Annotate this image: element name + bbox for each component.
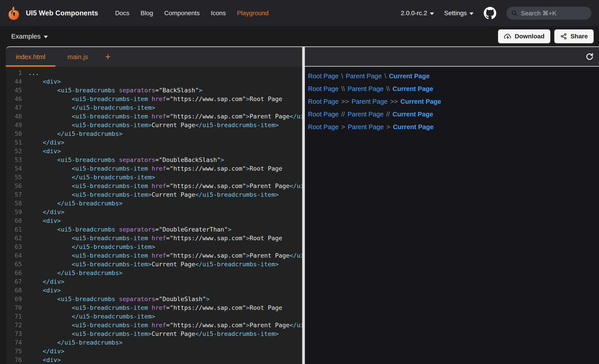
- breadcrumb-link[interactable]: Parent Page: [346, 73, 382, 80]
- code-line: 63 </ui5-breadcrumbs-item>: [6, 242, 302, 251]
- code-line: 72 <ui5-breadcrumbs-item href="https://w…: [6, 321, 302, 330]
- code-text: </ui5-breadcrumbs-item>: [28, 103, 155, 112]
- preview-pane: Root Page\Parent Page\Current PageRoot P…: [305, 47, 599, 364]
- code-line: 67 </div>: [6, 277, 302, 286]
- examples-dropdown[interactable]: Examples: [11, 33, 48, 40]
- breadcrumb-link[interactable]: Root Page: [308, 98, 339, 105]
- search-input[interactable]: Search ⌘+K: [507, 7, 591, 20]
- search-placeholder: Search ⌘+K: [521, 9, 556, 17]
- line-number: 50: [6, 129, 22, 138]
- code-text: <ui5-breadcrumbs separators="DoubleBackS…: [28, 155, 224, 164]
- tab-main.js[interactable]: main.js: [55, 47, 100, 67]
- code-text: <ui5-breadcrumbs-item>Current Page</ui5-…: [28, 260, 279, 269]
- code-text: </div>: [28, 138, 65, 147]
- code-text: <div>: [28, 216, 61, 225]
- breadcrumb-current-page: Current Page: [389, 73, 430, 80]
- code-text: </div>: [28, 277, 65, 286]
- active-tab-underline: [6, 65, 55, 67]
- breadcrumb-link[interactable]: Root Page: [308, 85, 339, 93]
- code-text: <ui5-breadcrumbs separators="DoubleGreat…: [28, 225, 231, 234]
- code-text: </ui5-breadcrumbs>: [28, 129, 123, 138]
- code-text: <ui5-breadcrumbs-item href="https://www.…: [28, 164, 282, 173]
- settings-label: Settings: [444, 9, 467, 17]
- settings-dropdown[interactable]: Settings: [444, 9, 474, 17]
- code-text: </div>: [28, 347, 65, 356]
- line-number: 48: [6, 112, 22, 121]
- breadcrumb-separator: \\: [339, 85, 348, 93]
- code-line: 68 <div>: [6, 286, 302, 295]
- download-button[interactable]: Download: [498, 29, 550, 43]
- line-number: 72: [6, 321, 22, 330]
- code-text: </ui5-breadcrumbs>: [28, 269, 123, 277]
- breadcrumb-link[interactable]: Parent Page: [348, 111, 383, 118]
- code-line: 54 <ui5-breadcrumbs-item href="https://w…: [6, 164, 302, 173]
- brand[interactable]: UI5 Web Components: [7, 6, 98, 20]
- refresh-icon[interactable]: [585, 52, 594, 61]
- code-text: <ui5-breadcrumbs-item>Current Page</ui5-…: [28, 190, 279, 199]
- code-line: 52 <div>: [6, 147, 302, 155]
- nav-link-blog[interactable]: Blog: [141, 9, 153, 17]
- line-number: 75: [6, 347, 22, 356]
- code-text: <ui5-breadcrumbs-item href="https://www.…: [28, 112, 302, 121]
- breadcrumb-separator: \: [382, 73, 389, 80]
- breadcrumb-link[interactable]: Parent Page: [352, 98, 388, 105]
- nav-link-components[interactable]: Components: [164, 9, 200, 17]
- code-area[interactable]: 1...44 <div>45 <ui5-breadcrumbs separato…: [6, 67, 302, 364]
- line-number: 46: [6, 94, 22, 103]
- breadcrumb-link[interactable]: Root Page: [308, 123, 339, 131]
- breadcrumb-current-page: Current Page: [400, 98, 441, 105]
- line-number: 64: [6, 251, 22, 260]
- add-tab-button[interactable]: +: [100, 47, 116, 67]
- breadcrumb: Root Page>Parent Page>Current Page: [308, 121, 599, 133]
- split-resizer-handle[interactable]: [302, 47, 305, 364]
- line-number: 58: [6, 199, 22, 208]
- breadcrumb-separator: >>: [339, 98, 352, 105]
- line-number: 76: [6, 356, 22, 364]
- code-text: </div>: [28, 208, 65, 216]
- line-number: 60: [6, 216, 22, 225]
- preview-header: [305, 47, 599, 67]
- version-dropdown[interactable]: 2.0.0-rc.2: [401, 9, 434, 17]
- code-line: 65 <ui5-breadcrumbs-item>Current Page</u…: [6, 260, 302, 269]
- code-text: </ui5-breadcrumbs-item>: [28, 173, 155, 182]
- code-text: </ui5-breadcrumbs-item>: [28, 242, 155, 251]
- line-number: 74: [6, 338, 22, 347]
- playground-container: index.htmlmain.js+ 1...44 <div>45 <ui5-b…: [6, 46, 599, 364]
- nav-link-icons[interactable]: Icons: [211, 9, 226, 17]
- breadcrumb-separator: >: [339, 123, 348, 131]
- breadcrumb-link[interactable]: Parent Page: [348, 85, 383, 93]
- navbar-right: 2.0.0-rc.2 Settings Search ⌘+K: [401, 7, 591, 20]
- code-editor-pane: index.htmlmain.js+ 1...44 <div>45 <ui5-b…: [6, 47, 302, 364]
- breadcrumb-current-page: Current Page: [393, 123, 433, 131]
- breadcrumb-current-page: Current Page: [393, 111, 433, 118]
- github-icon[interactable]: [484, 7, 496, 19]
- breadcrumb-link[interactable]: Parent Page: [348, 123, 384, 131]
- code-line: 71 </ui5-breadcrumbs-item>: [6, 312, 302, 321]
- line-number: 68: [6, 286, 22, 295]
- editor-tabbar: index.htmlmain.js+: [6, 47, 302, 67]
- line-number: 66: [6, 269, 22, 277]
- breadcrumb-link[interactable]: Root Page: [308, 111, 339, 118]
- nav-link-docs[interactable]: Docs: [115, 9, 129, 17]
- breadcrumb-separator: >: [384, 123, 393, 131]
- tab-index.html[interactable]: index.html: [6, 47, 55, 67]
- code-text: <ui5-breadcrumbs-item href="https://www.…: [28, 94, 282, 103]
- code-line: 48 <ui5-breadcrumbs-item href="https://w…: [6, 112, 302, 121]
- share-button[interactable]: Share: [554, 29, 594, 43]
- code-line: 75 </div>: [6, 347, 302, 356]
- version-label: 2.0.0-rc.2: [401, 9, 427, 17]
- code-text: <ui5-breadcrumbs-item>Current Page</ui5-…: [28, 121, 279, 129]
- line-number: 63: [6, 242, 22, 251]
- brand-title: UI5 Web Components: [26, 9, 98, 17]
- code-text: <div>: [28, 356, 61, 364]
- download-label: Download: [515, 33, 545, 40]
- search-icon: [511, 10, 518, 17]
- chevron-down-icon: [44, 36, 48, 38]
- breadcrumb: Root Page\\Parent Page\\Current Page: [308, 83, 599, 95]
- breadcrumb-link[interactable]: Root Page: [308, 73, 339, 80]
- nav-link-playground[interactable]: Playground: [237, 9, 269, 17]
- code-text: <ui5-breadcrumbs-item href="https://www.…: [28, 303, 282, 312]
- breadcrumb: Root Page>>Parent Page>>Current Page: [308, 95, 599, 108]
- code-line: 76 <div>: [6, 356, 302, 364]
- breadcrumb-separator: \\: [383, 85, 392, 93]
